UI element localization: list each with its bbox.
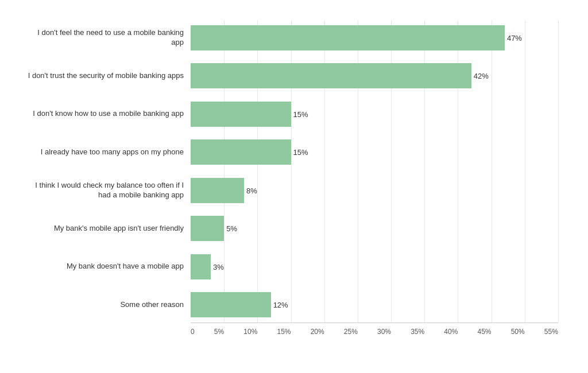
x-tick: 5% bbox=[214, 328, 224, 336]
bar-track: 12% bbox=[191, 292, 558, 317]
bar-track: 5% bbox=[191, 216, 558, 241]
bar-fill bbox=[191, 25, 505, 50]
x-tick: 0 bbox=[191, 328, 195, 336]
x-tick: 30% bbox=[377, 328, 391, 336]
bar-track: 42% bbox=[191, 63, 558, 88]
bar-track: 15% bbox=[191, 139, 558, 165]
bar-label: My bank's mobile app isn't user friendly bbox=[24, 224, 191, 234]
x-tick: 15% bbox=[277, 328, 291, 336]
x-tick: 45% bbox=[478, 328, 492, 336]
bar-value: 15% bbox=[293, 110, 308, 118]
bar-row: I don't know how to use a mobile banking… bbox=[24, 96, 558, 132]
bar-value: 15% bbox=[293, 148, 308, 157]
x-tick: 20% bbox=[311, 328, 324, 336]
bar-row: Some other reason12% bbox=[24, 287, 558, 323]
bar-label: I already have too many apps on my phone bbox=[24, 147, 191, 157]
bar-value: 12% bbox=[273, 300, 288, 309]
bar-value: 42% bbox=[474, 72, 489, 80]
bar-row: My bank doesn't have a mobile app3% bbox=[24, 249, 558, 285]
bar-fill bbox=[191, 178, 244, 203]
x-tick: 50% bbox=[511, 328, 525, 336]
bar-label: Some other reason bbox=[24, 300, 191, 310]
x-axis: 05%10%15%20%25%30%35%40%45%50%55% bbox=[191, 323, 558, 336]
bar-track: 3% bbox=[191, 254, 558, 279]
bar-row: I already have too many apps on my phone… bbox=[24, 134, 558, 170]
x-axis-labels: 05%10%15%20%25%30%35%40%45%50%55% bbox=[191, 328, 558, 336]
x-tick: 40% bbox=[444, 328, 458, 336]
bar-row: I don't trust the security of mobile ban… bbox=[24, 58, 558, 94]
chart-container: I don't feel the need to use a mobile ba… bbox=[18, 9, 570, 364]
x-tick: 55% bbox=[544, 328, 558, 336]
bar-track: 8% bbox=[191, 178, 558, 203]
chart-body: I don't feel the need to use a mobile ba… bbox=[24, 20, 558, 336]
bar-fill bbox=[191, 292, 271, 317]
bar-track: 47% bbox=[191, 25, 558, 50]
bar-row: My bank's mobile app isn't user friendly… bbox=[24, 211, 558, 246]
bar-fill bbox=[191, 102, 291, 127]
bar-value: 5% bbox=[226, 224, 237, 233]
bar-row: I don't feel the need to use a mobile ba… bbox=[24, 20, 558, 56]
bar-label: I think I would check my balance too oft… bbox=[24, 181, 191, 200]
bar-value: 47% bbox=[507, 34, 522, 42]
bar-value: 3% bbox=[213, 262, 224, 271]
bar-fill bbox=[191, 254, 211, 279]
bar-label: My bank doesn't have a mobile app bbox=[24, 262, 191, 271]
bars-and-grid: I don't feel the need to use a mobile ba… bbox=[24, 20, 558, 323]
bar-label: I don't trust the security of mobile ban… bbox=[24, 71, 191, 81]
bar-row: I think I would check my balance too oft… bbox=[24, 173, 558, 208]
bar-fill bbox=[191, 63, 471, 88]
bar-fill bbox=[191, 216, 224, 241]
bar-label: I don't feel the need to use a mobile ba… bbox=[24, 28, 191, 48]
bar-value: 8% bbox=[246, 186, 257, 195]
x-tick: 35% bbox=[411, 328, 424, 336]
x-tick: 25% bbox=[344, 328, 358, 336]
bar-fill bbox=[191, 139, 291, 165]
x-tick: 10% bbox=[243, 328, 257, 336]
bar-track: 15% bbox=[191, 102, 558, 127]
bar-label: I don't know how to use a mobile banking… bbox=[24, 109, 191, 119]
chart-area: I don't feel the need to use a mobile ba… bbox=[24, 20, 558, 323]
